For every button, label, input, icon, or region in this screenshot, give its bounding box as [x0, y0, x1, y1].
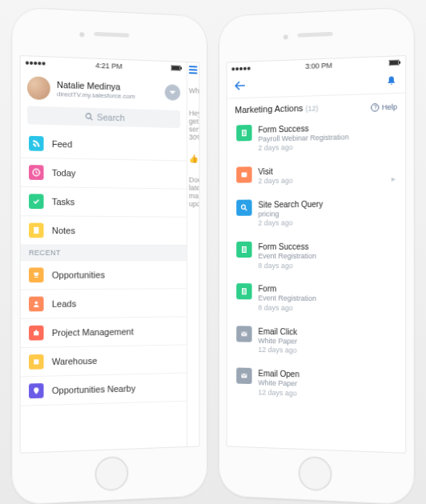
action-item[interactable]: Visit2 days ago▸	[230, 158, 402, 194]
screen-right: 3:00 PM Marketing Actions (12) ? Help Fo…	[227, 55, 407, 454]
svg-rect-12	[390, 61, 398, 66]
action-item[interactable]: Form SuccessPayroll Webinar Registration…	[230, 114, 402, 160]
feed-peek: Wha Heyget sen30% 👍 Doelate maupd	[187, 62, 199, 446]
menu-item-today[interactable]: Today	[21, 158, 187, 190]
home-button[interactable]	[298, 456, 332, 492]
phone-camera	[283, 34, 287, 39]
menu-label: Tasks	[52, 197, 75, 207]
chevron-down-icon[interactable]	[165, 84, 180, 101]
nearby-icon	[29, 383, 44, 398]
phone-speaker	[94, 32, 129, 38]
svg-rect-9	[35, 330, 37, 332]
action-item[interactable]: Form SuccessEvent Registration8 days ago	[230, 234, 402, 278]
signal-dots-icon	[231, 67, 250, 71]
signal-dots-icon	[26, 61, 46, 65]
menu-item-warehouse[interactable]: Warehouse	[21, 345, 187, 377]
menu-item-tasks[interactable]: Tasks	[21, 187, 187, 218]
search-input[interactable]: Search	[27, 106, 180, 129]
opportunities-icon	[29, 267, 44, 282]
form-icon	[236, 283, 251, 299]
svg-point-3	[86, 114, 90, 118]
menu-item-opportunities[interactable]: Opportunities	[21, 261, 187, 290]
back-arrow-icon[interactable]	[235, 81, 246, 93]
action-item[interactable]: Email ClickWhite Paper12 days ago	[230, 319, 402, 365]
search-icon	[85, 113, 93, 122]
svg-rect-18	[241, 172, 247, 177]
mail-icon	[236, 326, 251, 342]
svg-rect-1	[171, 66, 179, 70]
form-icon	[236, 124, 251, 141]
menu-item-notes[interactable]: Notes	[21, 216, 187, 246]
svg-rect-2	[180, 67, 182, 70]
chevron-right-icon: ▸	[392, 174, 396, 183]
action-item[interactable]: FormEvent Registration8 days ago	[230, 277, 402, 321]
visit-icon	[236, 166, 251, 182]
user-info: Natalie Medinya directTV.my.salesforce.c…	[57, 79, 159, 101]
status-time: 3:00 PM	[305, 62, 332, 70]
battery-icon	[171, 64, 182, 73]
menu-label: Notes	[52, 226, 75, 235]
search-placeholder: Search	[97, 112, 125, 122]
feed-icon	[29, 136, 44, 151]
menu-item-feed[interactable]: Feed	[21, 129, 187, 161]
section-recent: RECENT	[21, 246, 187, 262]
status-time: 4:21 PM	[95, 62, 123, 70]
svg-point-19	[241, 205, 245, 209]
notes-icon	[29, 223, 44, 238]
menu-label: Opportunities	[52, 270, 105, 280]
svg-rect-6	[34, 227, 38, 234]
section-count: (12)	[305, 104, 318, 113]
menu-label: Feed	[52, 139, 73, 150]
menu-item-opportunities-nearby[interactable]: Opportunities Nearby	[21, 374, 187, 406]
peek-card: Heyget sen30%	[187, 107, 199, 143]
main-menu: Feed Today Tasks Notes RECENT Opportunit…	[21, 129, 187, 406]
peek-card: Doelate maupd	[187, 174, 199, 210]
today-icon	[29, 165, 44, 180]
home-button[interactable]	[94, 456, 128, 492]
leads-icon	[29, 297, 44, 312]
hamburger-icon[interactable]	[189, 66, 198, 74]
tasks-icon	[29, 194, 44, 209]
menu-label: Opportunities Nearby	[52, 383, 135, 395]
menu-item-project-management[interactable]: Project Management	[21, 317, 187, 348]
phone-camera	[79, 32, 84, 37]
peek-heading: Wha	[187, 85, 199, 97]
menu-label: Project Management	[52, 326, 134, 338]
notifications-icon[interactable]	[386, 74, 397, 88]
form-icon	[236, 242, 251, 258]
phone-right: 3:00 PM Marketing Actions (12) ? Help Fo…	[219, 6, 415, 504]
actions-list: Form SuccessPayroll Webinar Registration…	[227, 114, 406, 408]
sidebar-panel: 4:21 PM Natalie Medinya directTV.my.sale…	[21, 56, 187, 453]
like-icon[interactable]: 👍	[188, 154, 198, 163]
phone-speaker	[297, 32, 332, 38]
battery-icon	[389, 58, 400, 67]
svg-rect-13	[399, 61, 400, 63]
screen-left: 4:21 PM Natalie Medinya directTV.my.sale…	[20, 55, 200, 454]
section-title: Marketing Actions	[235, 103, 303, 115]
mail-icon	[236, 368, 251, 385]
phone-left: 4:21 PM Natalie Medinya directTV.my.sale…	[11, 6, 207, 504]
action-item[interactable]: Site Search Querypricing2 days ago	[230, 191, 402, 235]
help-link[interactable]: ? Help	[372, 102, 397, 111]
menu-item-leads[interactable]: Leads	[21, 289, 187, 319]
user-header[interactable]: Natalie Medinya directTV.my.salesforce.c…	[21, 70, 187, 111]
warehouse-icon	[29, 354, 44, 370]
svg-rect-8	[34, 331, 38, 335]
svg-line-4	[90, 118, 92, 121]
action-item[interactable]: Email OpenWhite Paper12 days ago	[230, 361, 402, 408]
avatar	[27, 76, 50, 100]
menu-label: Today	[52, 168, 76, 178]
project-icon	[29, 326, 44, 341]
svg-point-7	[34, 302, 38, 305]
svg-line-20	[245, 208, 247, 210]
help-icon: ?	[372, 103, 380, 112]
menu-label: Warehouse	[52, 356, 98, 366]
svg-rect-10	[34, 359, 38, 364]
search-action-icon	[236, 199, 251, 215]
menu-label: Leads	[52, 298, 76, 309]
